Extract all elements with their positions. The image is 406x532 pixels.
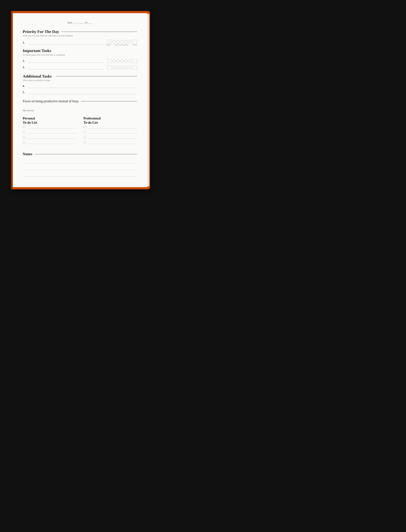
t2-circle-1: [112, 59, 116, 63]
actual-box: [133, 40, 137, 44]
additional-subtitle: Other tasks & actions for today: [23, 79, 137, 81]
notes-section: Notes: [23, 152, 137, 177]
professional-item-4: [83, 141, 137, 144]
t3-circle-5: [129, 66, 132, 69]
date-line: Date ___ / ___ / 20 ___: [23, 21, 137, 24]
priority-header-row: Priority For The Day: [23, 29, 137, 34]
notes-header-row: Notes: [23, 152, 137, 156]
notes-line-3[interactable]: [23, 172, 137, 177]
todo-columns: Personal To-do List: [23, 116, 137, 146]
track-label: Track 25min/bubble: [114, 44, 129, 46]
quote-author: Tim Ferriss: [23, 109, 137, 112]
professional-circle-1: [83, 126, 86, 128]
personal-header-row: Personal To-do List: [23, 116, 76, 125]
professional-todo-col: Professional To-do List: [83, 116, 137, 146]
t3-circle-1: [112, 66, 116, 69]
book-spine: [11, 11, 13, 189]
task-2-number: 2.: [23, 59, 26, 62]
professional-input-3[interactable]: [87, 135, 137, 139]
quote-line: [81, 101, 137, 101]
personal-item-2: [23, 130, 76, 134]
quote-text: Focus on being productive instead of bus…: [23, 99, 79, 103]
priority-title: Priority For The Day: [23, 29, 59, 34]
tracker-wrapper: Target Track 25min/bubble Actual: [106, 40, 137, 46]
book-page: Date ___ / ___ / 20 ___ Priority For The…: [13, 13, 148, 187]
notes-header-line: [35, 154, 137, 154]
important-subtitle: Do these tasks only if the first task is…: [23, 54, 137, 56]
priority-subtitle: If this was the only thing you did today…: [23, 35, 137, 37]
personal-circle-4: [23, 141, 25, 144]
t2-circle-5: [129, 59, 132, 63]
notes-line-1[interactable]: [23, 159, 137, 163]
important-task-row-3: 3.: [23, 65, 137, 70]
personal-input-4[interactable]: [27, 141, 76, 144]
personal-input-1[interactable]: [27, 125, 76, 129]
additional-line: [56, 76, 137, 76]
priority-task-number: 1.: [23, 41, 26, 44]
priority-line: [61, 32, 137, 32]
notes-title: Notes: [23, 152, 32, 156]
additional-task-row-5: 5.: [23, 91, 137, 94]
professional-item-3: [83, 135, 137, 139]
book-cover: Date ___ / ___ / 20 ___ Priority For The…: [11, 11, 150, 189]
professional-title-line1: Professional: [83, 116, 101, 121]
circle-4: [124, 40, 128, 43]
actual-label: Actual: [132, 44, 137, 46]
task-2-tracker: [107, 59, 137, 63]
personal-input-2[interactable]: [27, 130, 76, 134]
task-2-input[interactable]: [28, 59, 104, 63]
t3-circle-2: [116, 66, 120, 69]
t2-circle-2: [116, 59, 120, 63]
task-3-circles: [112, 66, 132, 69]
t3-circle-3: [120, 66, 124, 69]
professional-circle-3: [83, 136, 86, 138]
professional-item-1: [83, 125, 137, 129]
professional-title-line2: To-do List: [83, 121, 102, 125]
tracker-labels: Target Track 25min/bubble Actual: [106, 44, 137, 46]
circle-1: [112, 40, 116, 43]
professional-title: Professional To-do List: [83, 116, 102, 125]
priority-task-input[interactable]: [28, 41, 104, 45]
professional-input-2[interactable]: [87, 130, 137, 134]
task-3-tracker: [107, 65, 137, 70]
professional-circle-2: [83, 131, 86, 133]
task-5-input[interactable]: [28, 91, 137, 94]
scene: Date ___ / ___ / 20 ___ Priority For The…: [11, 11, 150, 189]
personal-title-line2: To-do List: [23, 121, 37, 125]
professional-circle-4: [83, 141, 86, 144]
task-4-input[interactable]: [28, 84, 137, 88]
personal-todo-col: Personal To-do List: [23, 116, 76, 146]
personal-title: Personal To-do List: [23, 116, 37, 125]
task-2-circles: [112, 59, 132, 63]
personal-item-1: [23, 125, 76, 129]
professional-item-2: [83, 130, 137, 134]
additional-header-row: Additional Tasks: [23, 74, 137, 79]
circle-5: [129, 40, 132, 43]
notes-line-2[interactable]: [23, 166, 137, 170]
task-3-number: 3.: [23, 66, 26, 69]
personal-input-3[interactable]: [27, 135, 76, 139]
tracker-circles: [112, 40, 132, 43]
important-title: Important Tasks: [23, 48, 51, 53]
additional-title: Additional Tasks: [23, 74, 52, 79]
task-3-input[interactable]: [28, 66, 104, 69]
personal-item-3: [23, 135, 76, 139]
quote-section: Focus on being productive instead of bus…: [23, 99, 137, 112]
t3-circle-4: [124, 66, 128, 69]
professional-header-row: Professional To-do List: [83, 116, 137, 125]
priority-task-row: 1.: [23, 40, 137, 46]
task-2-actual-box: [133, 59, 137, 63]
additional-task-row-4: 4.: [23, 84, 137, 88]
personal-circle-1: [23, 126, 25, 128]
t2-circle-4: [124, 59, 128, 63]
personal-circle-2: [23, 131, 25, 133]
personal-title-line1: Personal: [23, 116, 37, 121]
important-header: Important Tasks: [23, 48, 137, 53]
tracker: [107, 40, 137, 44]
professional-input-1[interactable]: [87, 125, 137, 129]
circle-2: [116, 40, 120, 43]
professional-input-4[interactable]: [87, 141, 137, 144]
task-3-target-box: [107, 65, 111, 70]
target-box: [107, 40, 111, 44]
t2-circle-3: [120, 59, 124, 63]
